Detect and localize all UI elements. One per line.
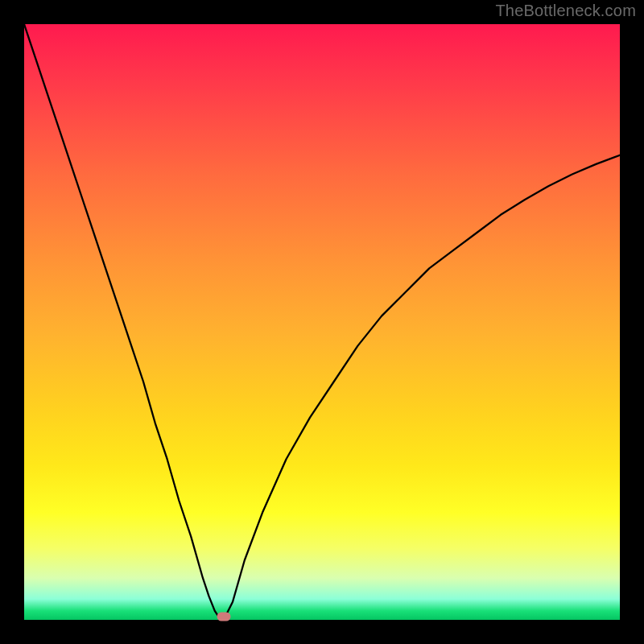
watermark-text: TheBottleneck.com [495,2,636,20]
chart-frame: TheBottleneck.com [0,0,644,644]
plot-area [24,24,620,620]
optimum-marker [217,613,230,621]
bottleneck-curve [24,24,620,620]
